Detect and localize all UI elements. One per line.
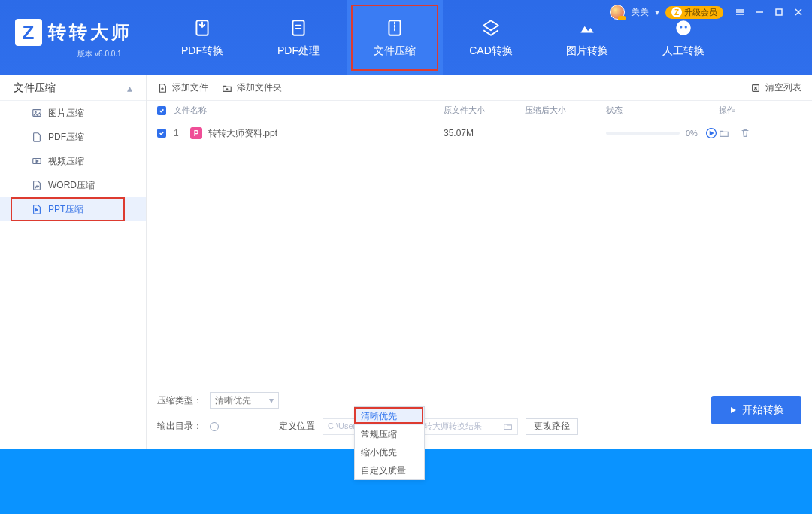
output-dir-label: 输出目录： <box>157 420 202 433</box>
titlebar-right: 关关 ▾ Z升级会员 <box>610 5 804 20</box>
play-icon[interactable] <box>705 127 717 139</box>
logo-area: Z 转转大师 版本 v6.0.0.1 <box>0 0 147 59</box>
ppt-file-icon: P <box>190 127 202 139</box>
sidebar: 文件压缩 ▴ 图片压缩 PDF压缩 视频压缩 WORD压缩 PPT压缩 <box>0 75 147 449</box>
sidebar-item-image-compress[interactable]: 图片压缩 <box>0 101 146 125</box>
tab-pdf-convert[interactable]: PDF转换 <box>154 0 250 75</box>
bottom-bar: 压缩类型： 清晰优先 ▾ 输出目录： 定义位置 C:\Users\leslie\… <box>147 382 812 449</box>
col-size: 原文件大小 <box>444 105 525 116</box>
dropdown-option[interactable]: 常规压缩 <box>355 425 424 443</box>
sidebar-title: 文件压缩 <box>14 81 56 95</box>
file-name: 转转大师资料.ppt <box>208 127 277 140</box>
dropdown-option[interactable]: 自定义质量 <box>355 461 424 479</box>
sidebar-item-pdf-compress[interactable]: PDF压缩 <box>0 125 146 149</box>
app-header: Z 转转大师 版本 v6.0.0.1 PDF转换 PDF处理 文件压缩 <box>0 0 812 75</box>
custom-location-label: 定义位置 <box>279 420 315 433</box>
table-header: 文件名称 原文件大小 压缩后大小 状态 操作 <box>147 101 812 120</box>
open-folder-icon[interactable] <box>719 128 729 138</box>
sidebar-item-ppt-compress[interactable]: PPT压缩 <box>0 197 146 221</box>
change-path-button[interactable]: 更改路径 <box>526 418 578 435</box>
table-row[interactable]: 1 P 转转大师资料.ppt 35.07M 0% <box>147 120 812 146</box>
svg-point-5 <box>685 26 687 28</box>
col-ops: 操作 <box>719 105 801 116</box>
select-all-checkbox[interactable] <box>157 106 166 115</box>
compress-type-label: 压缩类型： <box>157 394 202 407</box>
sidebar-header[interactable]: 文件压缩 ▴ <box>0 75 146 101</box>
sidebar-item-word-compress[interactable]: WORD压缩 <box>0 173 146 197</box>
menu-icon[interactable] <box>734 6 746 18</box>
file-size: 35.07M <box>444 128 525 138</box>
compress-type-select[interactable]: 清晰优先 ▾ <box>210 392 279 409</box>
pdf-convert-icon <box>192 17 213 38</box>
toolbar: 添加文件 添加文件夹 清空列表 <box>147 75 812 101</box>
pdf-process-icon <box>288 17 309 38</box>
svg-rect-6 <box>776 9 782 15</box>
app-name: 转转大师 <box>48 20 132 44</box>
col-csize: 压缩后大小 <box>525 105 606 116</box>
chevron-up-icon: ▴ <box>127 82 132 94</box>
image-convert-icon <box>577 17 598 38</box>
dropdown-option[interactable]: 缩小优先 <box>355 443 424 461</box>
app-logo-icon: Z <box>15 19 42 46</box>
output-radio-original[interactable] <box>210 422 219 431</box>
col-status: 状态 <box>606 105 719 116</box>
file-compress-icon <box>384 17 405 38</box>
add-folder-button[interactable]: 添加文件夹 <box>222 81 282 94</box>
svg-point-3 <box>676 20 691 35</box>
upgrade-button[interactable]: Z升级会员 <box>665 6 723 19</box>
user-avatar[interactable] <box>610 5 625 20</box>
compress-type-dropdown: 清晰优先 常规压缩 缩小优先 自定义质量 <box>354 406 425 480</box>
svg-point-4 <box>680 26 682 28</box>
human-convert-icon <box>673 17 694 38</box>
row-index: 1 <box>174 128 184 138</box>
minimize-icon[interactable] <box>753 6 765 18</box>
user-name[interactable]: 关关 <box>631 6 649 19</box>
row-checkbox[interactable] <box>157 129 166 138</box>
progress-bar <box>606 132 680 135</box>
svg-point-8 <box>35 111 36 113</box>
clear-list-button[interactable]: 清空列表 <box>750 81 801 94</box>
dropdown-option[interactable]: 清晰优先 <box>355 407 424 425</box>
svg-rect-1 <box>292 20 304 35</box>
tab-cad-convert[interactable]: CAD转换 <box>443 0 539 75</box>
chevron-down-icon: ▾ <box>269 395 274 406</box>
col-name: 文件名称 <box>174 105 444 116</box>
close-icon[interactable] <box>792 6 804 18</box>
add-file-button[interactable]: 添加文件 <box>157 81 208 94</box>
sidebar-item-video-compress[interactable]: 视频压缩 <box>0 149 146 173</box>
app-version: 版本 v6.0.0.1 <box>77 49 121 59</box>
main-area: 文件压缩 ▴ 图片压缩 PDF压缩 视频压缩 WORD压缩 PPT压缩 添加 <box>0 75 812 449</box>
tab-file-compress[interactable]: 文件压缩 <box>347 0 443 75</box>
folder-icon[interactable] <box>503 421 513 431</box>
tab-pdf-process[interactable]: PDF处理 <box>250 0 347 75</box>
cad-convert-icon <box>480 17 501 38</box>
maximize-icon[interactable] <box>773 6 785 18</box>
delete-icon[interactable] <box>740 128 750 138</box>
content-area: 添加文件 添加文件夹 清空列表 文件名称 原文件大小 压缩后大小 状态 操作 1… <box>147 75 812 449</box>
start-convert-button[interactable]: 开始转换 <box>711 396 801 424</box>
progress-percent: 0% <box>686 129 698 138</box>
